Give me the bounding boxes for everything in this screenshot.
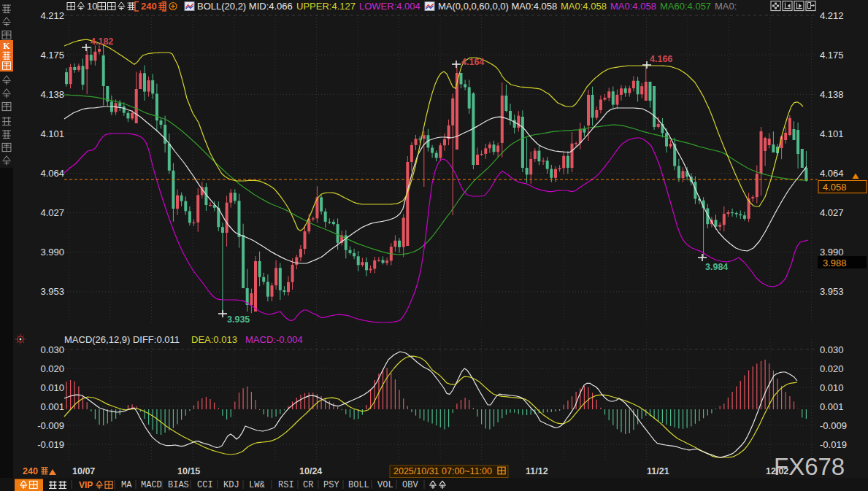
svg-text:0.010: 0.010 xyxy=(820,382,844,393)
svg-text:4.212: 4.212 xyxy=(40,10,64,21)
svg-text:MA(0,0,0,60,0,0) MA0:4.058: MA(0,0,0,60,0,0) MA0:4.058 xyxy=(438,1,557,12)
svg-text:11/21: 11/21 xyxy=(647,466,669,476)
svg-text:10/15: 10/15 xyxy=(177,466,200,476)
svg-text:BOLL(20,2) MID:4.066: BOLL(20,2) MID:4.066 xyxy=(197,1,293,12)
svg-text:0.020: 0.020 xyxy=(820,363,844,374)
svg-text:MA0:4.058: MA0:4.058 xyxy=(610,1,656,12)
svg-text:CR: CR xyxy=(303,480,313,490)
svg-text:3.984: 3.984 xyxy=(705,262,728,272)
svg-text:4.164: 4.164 xyxy=(461,57,484,67)
svg-text:BOLL: BOLL xyxy=(348,480,369,490)
svg-text:3.953: 3.953 xyxy=(820,286,844,297)
svg-text:4.166: 4.166 xyxy=(650,54,672,64)
svg-text:-0.019: -0.019 xyxy=(820,439,847,450)
svg-text:RSI: RSI xyxy=(278,480,294,490)
svg-text:4.058: 4.058 xyxy=(823,182,847,193)
svg-text:VIP: VIP xyxy=(79,480,93,490)
svg-text:3.990: 3.990 xyxy=(40,247,64,258)
svg-text:240: 240 xyxy=(141,1,157,12)
svg-text:0.030: 0.030 xyxy=(820,344,844,355)
svg-text:OBV: OBV xyxy=(402,480,418,490)
svg-text:UPPER:4.127: UPPER:4.127 xyxy=(296,1,356,12)
svg-text:4.101: 4.101 xyxy=(40,128,64,139)
svg-text:4.175: 4.175 xyxy=(820,50,844,61)
svg-text:4.064: 4.064 xyxy=(820,168,844,179)
svg-text:-0.019: -0.019 xyxy=(37,439,64,450)
svg-text:240: 240 xyxy=(23,466,38,476)
svg-text:4.064: 4.064 xyxy=(40,168,64,179)
svg-text:FX678: FX678 xyxy=(774,453,845,480)
svg-text:4.027: 4.027 xyxy=(40,207,64,218)
svg-text:MA: MA xyxy=(121,480,132,490)
svg-text:VOL: VOL xyxy=(377,480,393,490)
svg-text:11/12: 11/12 xyxy=(526,466,548,476)
svg-text:LOWER:4.004: LOWER:4.004 xyxy=(359,1,420,12)
svg-text:0.010: 0.010 xyxy=(40,382,64,393)
svg-text:PSY: PSY xyxy=(323,480,339,490)
svg-text:10/07: 10/07 xyxy=(72,466,95,476)
svg-text:K: K xyxy=(3,41,10,51)
svg-text:4.182: 4.182 xyxy=(91,36,113,47)
svg-text:MA60:4.057: MA60:4.057 xyxy=(660,1,711,12)
svg-text:4.138: 4.138 xyxy=(40,89,64,100)
svg-text:0.001: 0.001 xyxy=(40,401,64,412)
svg-text:10: 10 xyxy=(87,1,97,12)
svg-text:4.101: 4.101 xyxy=(820,128,844,139)
svg-text:0.020: 0.020 xyxy=(40,363,64,374)
svg-text:-0.009: -0.009 xyxy=(37,420,64,431)
svg-text:0.030: 0.030 xyxy=(40,344,64,355)
svg-text:0.001: 0.001 xyxy=(820,401,844,412)
svg-text:4.175: 4.175 xyxy=(40,50,64,61)
svg-text:KDJ: KDJ xyxy=(223,480,239,490)
svg-text:2025/10/31 07:00~11:00: 2025/10/31 07:00~11:00 xyxy=(393,466,492,476)
svg-text:4.212: 4.212 xyxy=(820,10,844,21)
svg-text:-0.009: -0.009 xyxy=(820,420,847,431)
svg-text:10/24: 10/24 xyxy=(299,466,322,476)
svg-text:4.138: 4.138 xyxy=(820,89,844,100)
svg-text:3.953: 3.953 xyxy=(40,286,64,297)
svg-text:MA0:4.058: MA0:4.058 xyxy=(561,1,607,12)
svg-text:MA0:: MA0: xyxy=(715,1,737,12)
svg-text:LW&: LW& xyxy=(249,480,265,490)
svg-text:MACD:-0.004: MACD:-0.004 xyxy=(245,334,303,345)
svg-text:3.988: 3.988 xyxy=(823,258,847,268)
svg-text:4.027: 4.027 xyxy=(820,207,844,218)
svg-text:3.935: 3.935 xyxy=(227,314,250,325)
svg-text:DEA:0.013: DEA:0.013 xyxy=(191,334,237,345)
svg-text:BIAS: BIAS xyxy=(168,480,189,490)
svg-text:MACD: MACD xyxy=(141,480,162,490)
svg-text:MACD(26,12,9) DIFF:0.011: MACD(26,12,9) DIFF:0.011 xyxy=(64,334,180,345)
svg-text:CCI: CCI xyxy=(197,480,213,490)
